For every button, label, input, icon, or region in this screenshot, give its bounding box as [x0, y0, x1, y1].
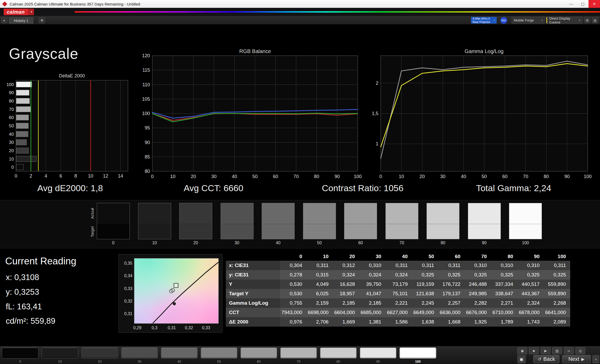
actual-patch	[97, 203, 130, 224]
table-cell: 2,268	[544, 298, 570, 308]
patch-button-label: 0	[2, 360, 38, 363]
calman-logo[interactable]: calman ▾	[4, 9, 34, 15]
stop-button[interactable]: ■	[529, 347, 539, 354]
table-cell: 2,245	[412, 298, 438, 308]
source-dropdown[interactable]: Mobile Forge ▾	[512, 17, 545, 24]
patch-buttons: 0102030405060708090100	[0, 346, 600, 364]
swatch-label: 40	[262, 241, 295, 245]
swatch-patch	[468, 203, 501, 239]
patch-button-70[interactable]	[280, 348, 317, 359]
svg-text:50: 50	[9, 123, 14, 128]
patch-button-90[interactable]	[360, 348, 396, 359]
svg-text:10: 10	[170, 174, 175, 179]
table-cell: 0,976	[280, 317, 306, 327]
meter-status-badge[interactable]: 800	[500, 17, 507, 24]
grayscale-swatch-90: 90	[468, 203, 501, 245]
swatch-patch	[509, 203, 542, 239]
patch-button-80[interactable]	[320, 348, 357, 359]
patch-button-30[interactable]	[121, 348, 158, 359]
swatch-label: 70	[385, 241, 418, 245]
close-button[interactable]: ✕	[588, 0, 600, 8]
add-tab-button[interactable]: ✚	[39, 17, 45, 23]
history-expand-button[interactable]: ▸	[1, 17, 8, 23]
svg-text:10: 10	[88, 173, 93, 179]
contrast-ratio-stat: Contrast Ratio: 1056	[322, 183, 403, 193]
power-button[interactable]: ◎	[575, 347, 585, 354]
svg-text:85: 85	[145, 154, 150, 160]
patch-button-100[interactable]	[400, 348, 436, 359]
gamma-chart: 21,510102030405060708090100	[365, 50, 595, 182]
svg-text:20: 20	[9, 148, 14, 153]
layout-panel-button[interactable]: ▤	[592, 17, 598, 23]
meter-dropdown[interactable]: X-Rite i1Pro 3 Rear Projector ▾	[471, 17, 497, 24]
swatch-label: 100	[509, 241, 542, 245]
cie-chromaticity-chart: 0,290,30,310,320,330,350,340,330,320,31	[119, 254, 222, 333]
svg-text:0: 0	[15, 173, 17, 179]
grayscale-swatch-40: 40	[262, 203, 295, 245]
table-cell: 1,743	[517, 317, 544, 327]
swatch-patch	[385, 203, 418, 239]
patch-button-40[interactable]	[161, 348, 198, 359]
link-button[interactable]: ∞	[564, 347, 574, 354]
tab-history-1[interactable]: History 1	[9, 17, 33, 24]
next-button[interactable]: Next ▶	[562, 355, 591, 363]
svg-text:50: 50	[481, 174, 487, 179]
table-cell: 0,278	[280, 270, 306, 280]
logo-chevron-icon[interactable]: ▾	[28, 9, 34, 15]
table-cell: 73,179	[385, 280, 412, 289]
settings-gear-button[interactable]: ⚙	[584, 17, 590, 23]
svg-text:0,33: 0,33	[124, 286, 132, 291]
svg-text:100: 100	[142, 111, 150, 116]
back-label: Back	[543, 356, 555, 362]
svg-text:0,32: 0,32	[185, 326, 193, 330]
svg-text:8: 8	[74, 173, 77, 179]
svg-text:80: 80	[145, 169, 150, 174]
table-cell: 1,789	[491, 317, 517, 327]
play-button[interactable]: ▶	[541, 347, 551, 354]
display-control-dropdown[interactable]: Direct Display Control ▾	[546, 17, 582, 24]
rgb-balance-chart: 1201151101051009590858001020304050607080…	[131, 50, 366, 182]
app-icon	[2, 1, 7, 7]
patch-button-60[interactable]	[240, 348, 277, 359]
column-header: 50	[412, 252, 438, 261]
swatch-patch	[303, 203, 336, 239]
save-button[interactable]: ▥	[552, 347, 562, 354]
table-cell: 0,325	[412, 270, 438, 280]
svg-text:80: 80	[314, 174, 319, 179]
brand-bar: calman ▾	[0, 8, 600, 16]
svg-text:95: 95	[145, 125, 150, 130]
patch-button-20[interactable]	[81, 348, 118, 359]
patch-button-label: 50	[201, 360, 237, 363]
camera-button[interactable]: ◉	[517, 347, 527, 354]
table-cell: 0,310	[465, 261, 491, 270]
patch-button-label: 80	[320, 360, 357, 363]
swatch-patch	[221, 203, 254, 239]
patch-button-10[interactable]	[42, 348, 78, 359]
table-row: Gamma Log/Log0,7552,1592,1852,1852,2212,…	[226, 298, 570, 308]
patch-button-0[interactable]	[2, 348, 38, 359]
row-label: ΔE 2000	[226, 317, 280, 327]
maximize-button[interactable]: ▢	[577, 0, 588, 8]
patch-button-50[interactable]	[201, 348, 237, 359]
swatch-label: 90	[468, 241, 501, 245]
skip-button[interactable]: »	[592, 355, 599, 363]
svg-text:0,34: 0,34	[124, 274, 132, 278]
svg-text:10: 10	[399, 174, 404, 179]
target-patch	[427, 224, 459, 239]
svg-text:40: 40	[9, 132, 14, 137]
table-cell: 338,647	[491, 289, 517, 298]
table-cell: 6685,000	[359, 308, 385, 317]
avg-cct-stat: Avg CCT: 6660	[184, 183, 243, 193]
swatch-label: 20	[179, 241, 212, 245]
table-row: x: CIE310,3040,3110,3120,3100,3110,3110,…	[226, 261, 570, 270]
source-label: Mobile Forge	[514, 18, 534, 22]
pattern-window-button[interactable]: ▣	[517, 355, 526, 363]
minimize-button[interactable]: —	[565, 0, 577, 8]
target-patch	[509, 224, 542, 239]
table-cell: 0,311	[544, 261, 570, 270]
table-cell: 6649,000	[412, 308, 438, 317]
column-header: 90	[517, 252, 544, 261]
svg-text:0,35: 0,35	[124, 261, 132, 265]
swatch-patch	[179, 203, 212, 239]
back-button[interactable]: ↺ Back	[533, 355, 559, 363]
